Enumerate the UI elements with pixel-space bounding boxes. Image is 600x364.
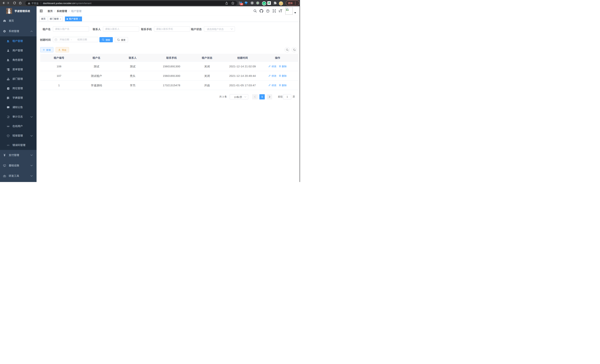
status-select[interactable]: 请选择租户状态 [204, 26, 235, 32]
message-icon [7, 106, 9, 109]
menu-item-payment[interactable]: 支付管理 [0, 150, 37, 160]
shield-check-icon [7, 134, 9, 137]
submenu-item-tenant[interactable]: 租户管理 [0, 36, 37, 46]
phone-input[interactable] [154, 26, 190, 32]
active-tag-dot [67, 18, 68, 20]
export-button-label: 导出 [62, 48, 66, 51]
end-date-placeholder[interactable]: 结束日期 [76, 37, 89, 42]
header-search-icon[interactable] [253, 9, 257, 13]
column-header[interactable]: 操作 [264, 54, 299, 61]
next-page-button[interactable] [267, 94, 272, 99]
edit-link[interactable]: 修改 [268, 84, 276, 87]
tag-close-icon[interactable] [79, 18, 80, 20]
date-range-picker[interactable]: 开始日期 - 结束日期 [53, 37, 98, 42]
edit-link[interactable]: 修改 [268, 65, 276, 68]
reset-button[interactable]: 重置 [115, 37, 128, 42]
url-path[interactable]: /system/tenant [75, 2, 92, 5]
cell-contact: 秃头 [115, 71, 150, 80]
avatar-caret-down-icon[interactable] [294, 12, 296, 14]
table-row[interactable]: 107 测试租户 秃头 15601691300 关闭 2021-12-14 20… [40, 71, 299, 81]
not-secure-label[interactable]: 不安全 [32, 1, 39, 5]
submenu-item-dept[interactable]: 部门管理 [0, 74, 37, 84]
sidebar-menu: 首页 系统管理 租户管理 用户管理 角色管理 [0, 16, 37, 181]
edit-link[interactable]: 修改 [268, 74, 276, 78]
submenu-item-dict[interactable]: 字典管理 [0, 93, 37, 103]
extension-emoji-icon[interactable] [279, 1, 283, 6]
user-avatar-broken-image[interactable] [285, 7, 293, 15]
browser-menu-kebab-icon[interactable] [295, 2, 296, 4]
column-header[interactable]: 联系手机 [150, 54, 193, 61]
bookmark-star-icon[interactable] [231, 1, 234, 5]
back-arrow-glyph [2, 1, 5, 5]
tenant-name-input[interactable] [53, 26, 89, 32]
add-button[interactable]: 新增 [40, 47, 53, 52]
delete-link[interactable]: 删除 [279, 65, 287, 68]
current-page-button[interactable]: 1 [259, 94, 265, 99]
github-icon[interactable] [260, 9, 263, 13]
submenu-item-menu[interactable]: 菜单管理 [0, 65, 37, 74]
extension-gem-icon[interactable] [244, 1, 248, 5]
submenu-item-auditlog[interactable]: 审计日志 [0, 112, 37, 121]
browser-reload-icon[interactable] [13, 1, 16, 5]
browser-home-icon[interactable] [19, 1, 22, 5]
menu-item-devtools[interactable]: 研发工具 [0, 171, 37, 181]
breadcrumb-separator: / [69, 10, 70, 12]
show-search-toggle-button[interactable] [285, 47, 290, 52]
font-size-icon[interactable] [279, 9, 282, 12]
submenu-item-user[interactable]: 用户管理 [0, 46, 37, 55]
tag-tenant-active[interactable]: 租户管理 [65, 17, 82, 21]
export-button[interactable]: 导出 [56, 47, 69, 52]
breadcrumb-home[interactable]: 首页 [47, 9, 53, 13]
delete-label: 删除 [282, 74, 287, 78]
column-header[interactable]: 租户状态 [193, 54, 221, 61]
refresh-icon [117, 38, 120, 41]
goto-page-input[interactable]: 1 [283, 94, 291, 99]
tag-close-icon[interactable] [60, 18, 61, 20]
fullscreen-icon[interactable] [272, 9, 276, 13]
browser-back-icon[interactable] [2, 1, 5, 5]
menu-item-system[interactable]: 系统管理 [0, 26, 37, 36]
submenu-item-post[interactable]: 岗位管理 [0, 84, 37, 93]
submenu-item-online[interactable]: 在线用户 [0, 121, 37, 131]
search-icon [286, 49, 289, 51]
extensions-puzzle-icon[interactable] [273, 1, 277, 5]
help-question-icon[interactable] [266, 9, 269, 13]
share-icon[interactable] [225, 2, 228, 5]
table-row[interactable]: 1 芋道源码 芋艿 17321315478 开启 2021-01-05 17:0… [40, 81, 299, 90]
table-row[interactable]: 108 测试 测试 15601691300 关闭 2021-12-14 21:0… [40, 62, 299, 71]
svg-text:⌘: ⌘ [251, 2, 253, 4]
submenu-item-errorcode[interactable]: 错误码管理 [0, 140, 37, 150]
page-size-select[interactable]: 10条/页 [230, 94, 248, 99]
browser-forward-icon[interactable] [7, 1, 10, 5]
extension-circle-dot-icon[interactable] [256, 1, 259, 5]
browser-update-button[interactable]: 更新 [286, 0, 300, 6]
extension-yuque-icon[interactable]: y [262, 1, 266, 6]
tag-home[interactable]: 首页 [39, 17, 47, 21]
tag-dept[interactable]: 部门管理 [48, 17, 63, 21]
sidebar-logo[interactable]: 芋道管理系统 [0, 6, 37, 16]
refresh-table-button[interactable] [292, 47, 297, 52]
contact-input[interactable] [103, 26, 139, 32]
scrollbar-track[interactable] [300, 6, 300, 182]
column-header[interactable]: 租户名 [78, 54, 115, 61]
extension-chat-icon[interactable] [267, 1, 271, 5]
submenu-item-notice[interactable]: 通知公告 [0, 103, 37, 112]
delete-link[interactable]: 删除 [279, 74, 287, 78]
breadcrumb-system[interactable]: 系统管理 [57, 9, 67, 13]
chevron-down-icon [30, 155, 33, 156]
submenu-item-sms[interactable]: 短信管理 [0, 131, 37, 140]
start-date-placeholder[interactable]: 开始日期 [58, 37, 71, 42]
browser-address-bar[interactable]: 不安全 dashboard.yudao.iocoder.cn/system/te… [25, 1, 237, 5]
search-button[interactable]: 搜索 [99, 37, 113, 42]
menu-item-home[interactable]: 首页 [0, 16, 37, 26]
url-host[interactable]: dashboard.yudao.iocoder.cn [43, 2, 75, 5]
column-header[interactable]: 租户编号 [40, 54, 78, 61]
delete-link[interactable]: 删除 [279, 84, 287, 87]
menu-item-infra[interactable]: 基础设施 [0, 160, 37, 171]
prev-page-button[interactable] [252, 94, 258, 99]
hamburger-icon[interactable] [40, 10, 43, 12]
extension-command-icon[interactable]: ⌘ [251, 1, 254, 5]
column-header[interactable]: 创建时间 [221, 54, 264, 61]
submenu-item-role[interactable]: 角色管理 [0, 55, 37, 65]
column-header[interactable]: 联系人 [115, 54, 150, 61]
